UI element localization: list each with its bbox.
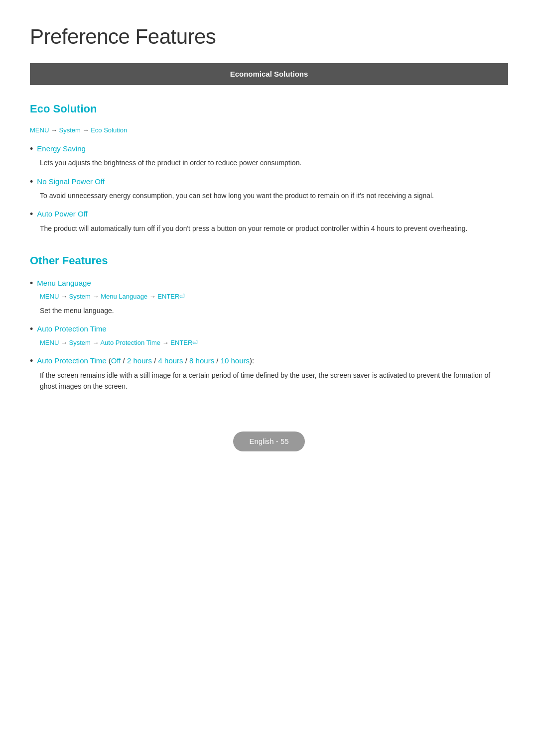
bullet-item-auto-protection: • Auto Protection Time [30,323,508,335]
list-item: • No Signal Power Off To avoid unnecessa… [30,176,508,202]
eco-solution-section: Eco Solution MENU → System → Eco Solutio… [30,100,508,234]
menu-language-link: Menu Language [101,293,147,300]
page-number-badge: English - 55 [233,432,304,451]
list-item: • Energy Saving Lets you adjusts the bri… [30,143,508,169]
enter-symbol-2: ENTER⏎ [170,339,198,346]
option-2hours: 2 hours [127,356,152,365]
bullet-item-autopoweroff: • Auto Power Off [30,208,508,220]
bullet-item-menu-language: • Menu Language [30,277,508,290]
eco-solution-link: Eco Solution [91,126,127,134]
auto-protection-options-line: Auto Protection Time (Off / 2 hours / 4 … [37,355,254,367]
system-link-3: System [69,339,91,346]
list-item-menu-language: • Menu Language MENU → System → Menu Lan… [30,277,508,316]
bullet-item-energy: • Energy Saving [30,143,508,155]
page-title: Preference Features [30,20,508,53]
bullet-dot: • [30,323,33,335]
menu-language-path: MENU → System → Menu Language → ENTER⏎ [40,292,508,302]
bullet-item-nosignal: • No Signal Power Off [30,176,508,188]
auto-protection-options-description: If the screen remains idle with a still … [40,370,508,392]
energy-saving-label: Energy Saving [37,143,86,155]
no-signal-description: To avoid unnecessary energy consumption,… [40,190,508,201]
eco-solution-list: • Energy Saving Lets you adjusts the bri… [30,143,508,234]
bullet-dot: • [30,176,33,188]
section-header: Economical Solutions [30,63,508,85]
menu-keyword-3: MENU [40,339,59,346]
auto-protection-options-label: Auto Protection Time [37,356,106,365]
menu-keyword-2: MENU [40,293,59,300]
page-container: Preference Features Economical Solutions… [0,0,538,481]
list-item: • Auto Power Off The product will automa… [30,208,508,234]
option-10hours: 10 hours [221,356,250,365]
other-features-title: Other Features [30,252,508,269]
list-item-auto-protection-options: • Auto Protection Time (Off / 2 hours / … [30,355,508,392]
bullet-dot: • [30,355,33,367]
option-4hours: 4 hours [158,356,183,365]
eco-solution-menu-path: MENU → System → Eco Solution [30,125,508,136]
auto-protection-label: Auto Protection Time [37,323,106,335]
menu-language-description: Set the menu language. [40,305,508,316]
section-header-label: Economical Solutions [230,70,308,78]
bullet-dot: • [30,143,33,155]
bullet-dot: • [30,277,33,290]
auto-power-off-label: Auto Power Off [37,208,87,220]
auto-protection-link: Auto Protection Time [100,339,160,346]
auto-power-off-description: The product will automatically turn off … [40,223,508,234]
menu-language-label: Menu Language [37,277,91,289]
auto-protection-path: MENU → System → Auto Protection Time → E… [40,338,508,348]
list-item-auto-protection: • Auto Protection Time MENU → System → A… [30,323,508,348]
no-signal-label: No Signal Power Off [37,176,105,188]
option-8hours: 8 hours [189,356,214,365]
bullet-dot: • [30,208,33,220]
bullet-item-auto-protection-options: • Auto Protection Time (Off / 2 hours / … [30,355,508,367]
footer: English - 55 [30,432,508,451]
system-link-2: System [69,293,91,300]
energy-saving-description: Lets you adjusts the brightness of the p… [40,157,508,168]
enter-symbol-1: ENTER⏎ [157,293,185,300]
other-features-section: Other Features • Menu Language MENU → Sy… [30,252,508,392]
other-features-list: • Menu Language MENU → System → Menu Lan… [30,277,508,392]
option-off: Off [111,356,121,365]
eco-solution-title: Eco Solution [30,100,508,117]
menu-keyword: MENU [30,126,49,134]
system-link: System [59,126,81,134]
